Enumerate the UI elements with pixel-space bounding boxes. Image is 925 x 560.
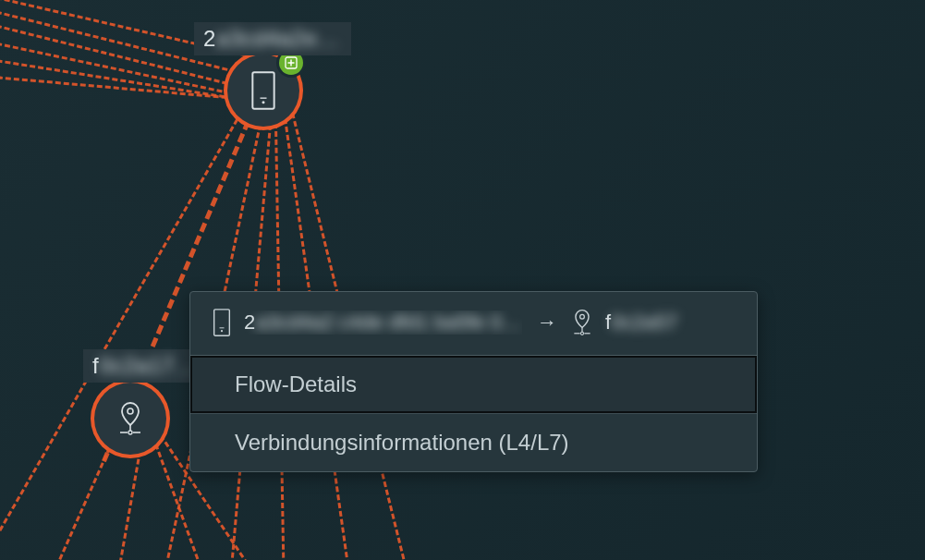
server-icon (250, 70, 276, 111)
source-label: 2a3cd4a2 c4de dfd1 ba5fe 0… (244, 310, 522, 335)
menu-item-flow-details[interactable]: Flow-Details (190, 356, 757, 413)
node-label: 2a3cd4a2e… (194, 22, 351, 55)
svg-point-8 (128, 431, 132, 434)
topology-canvas[interactable]: 2a3cd4a2e… f0c2a17… 2a3cd4a2 c4de dfd1 b… (0, 0, 925, 560)
menu-item-connection-info[interactable]: Verbindungsinformationen (L4/L7) (190, 413, 757, 471)
edge (99, 450, 141, 560)
edge (15, 447, 111, 560)
svg-point-14 (580, 314, 585, 319)
destination-label: f0c2a57 (605, 310, 677, 335)
node-endpoint[interactable] (94, 383, 166, 455)
pin-network-icon (572, 307, 592, 338)
svg-point-6 (128, 408, 133, 414)
svg-point-16 (580, 332, 583, 335)
svg-point-12 (221, 330, 223, 332)
server-icon (213, 309, 231, 336)
arrow-icon: → (537, 310, 557, 335)
edge-context-menu: 2a3cd4a2 c4de dfd1 ba5fe 0… → f0c2a57 Fl… (189, 291, 758, 472)
context-menu-header: 2a3cd4a2 c4de dfd1 ba5fe 0… → f0c2a57 (190, 292, 757, 356)
node-host[interactable] (227, 55, 299, 127)
pin-network-icon (117, 399, 143, 438)
svg-point-1 (262, 101, 264, 103)
